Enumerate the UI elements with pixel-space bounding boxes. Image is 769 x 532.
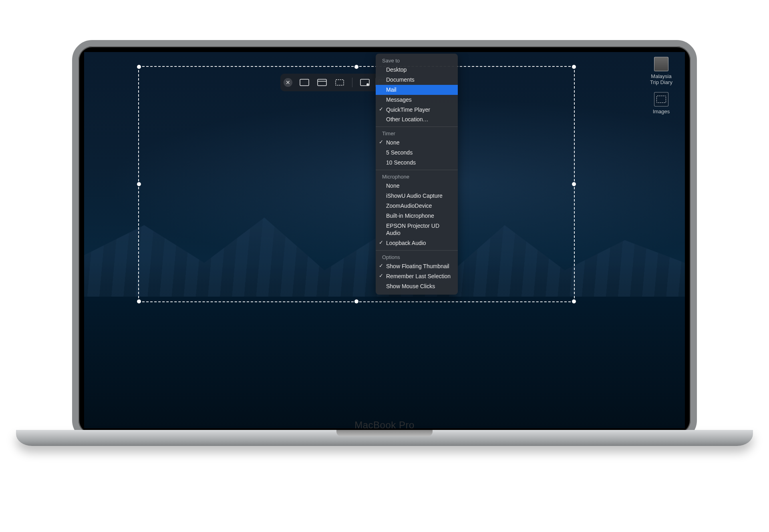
menu-item-documents[interactable]: Documents <box>376 75 458 85</box>
menu-item-mic-zoom[interactable]: ZoomAudioDevice <box>376 201 458 211</box>
menu-item-other-location[interactable]: Other Location… <box>376 114 458 124</box>
menu-separator <box>376 250 458 251</box>
record-entire-screen-button[interactable] <box>358 76 372 88</box>
selection-handle-n[interactable] <box>354 65 358 69</box>
laptop-base <box>16 430 753 446</box>
selection-handle-nw[interactable] <box>137 65 141 69</box>
menu-item-timer-5s[interactable]: 5 Seconds <box>376 148 458 158</box>
menu-item-label: Remember Last Selection <box>386 273 451 280</box>
menu-separator <box>376 126 458 127</box>
menu-item-timer-10s[interactable]: 10 Seconds <box>376 158 458 168</box>
menu-item-label: 10 Seconds <box>386 159 416 167</box>
desktop-icon-malaysia-diary[interactable]: Malaysia Trip Diary <box>643 57 679 86</box>
menu-item-mic-epson[interactable]: EPSON Projector UD Audio <box>376 221 458 239</box>
screen-icon <box>300 79 309 86</box>
selection-handle-w[interactable] <box>137 182 141 186</box>
menu-section-save-to: Save to <box>376 56 458 65</box>
desktop-screen: Malaysia Trip Diary Images ✕ <box>84 52 685 428</box>
menu-item-mic-ishowu[interactable]: iShowU Audio Capture <box>376 191 458 201</box>
menu-item-label: Show Floating Thumbnail <box>386 263 449 270</box>
close-toolbar-button[interactable]: ✕ <box>284 78 292 87</box>
desktop-icon-label: Malaysia Trip Diary <box>650 74 672 86</box>
menu-section-options: Options <box>376 253 458 261</box>
selection-handle-se[interactable] <box>572 299 576 303</box>
menu-item-quicktime[interactable]: QuickTime Player <box>376 105 458 115</box>
menu-item-label: None <box>386 139 399 147</box>
wallpaper-water <box>84 297 685 428</box>
capture-selected-portion-button[interactable] <box>332 76 347 88</box>
menu-item-show-thumbnail[interactable]: Show Floating Thumbnail <box>376 261 458 271</box>
menu-item-desktop[interactable]: Desktop <box>376 65 458 75</box>
document-icon <box>654 57 668 71</box>
folder-icon <box>654 92 668 106</box>
svg-rect-0 <box>300 79 309 86</box>
menu-item-mic-builtin[interactable]: Built-in Microphone <box>376 211 458 221</box>
menu-item-label: QuickTime Player <box>386 106 430 114</box>
desktop-icon-label: Images <box>653 109 670 115</box>
menu-item-remember-selection[interactable]: Remember Last Selection <box>376 271 458 281</box>
capture-entire-screen-button[interactable] <box>297 76 312 88</box>
menu-item-label: None <box>386 182 399 190</box>
menu-item-timer-none[interactable]: None <box>376 138 458 148</box>
desktop-icons-area: Malaysia Trip Diary Images <box>643 57 679 115</box>
desktop-icon-images[interactable]: Images <box>643 92 679 115</box>
menu-item-label: iShowU Audio Capture <box>386 192 443 200</box>
menu-item-show-clicks[interactable]: Show Mouse Clicks <box>376 281 458 291</box>
toolbar-separator <box>352 78 352 87</box>
menu-separator <box>376 170 458 170</box>
menu-item-mic-loopback[interactable]: Loopback Audio <box>376 238 458 248</box>
trackpad-notch <box>336 430 433 436</box>
selection-handle-ne[interactable] <box>572 65 576 69</box>
menu-item-label: Built-in Microphone <box>386 212 434 220</box>
menu-item-label: Other Location… <box>386 116 429 123</box>
menu-item-mic-none[interactable]: None <box>376 181 458 191</box>
selection-handle-sw[interactable] <box>137 299 141 303</box>
menu-item-label: ZoomAudioDevice <box>386 202 432 210</box>
menu-item-label: Messages <box>386 96 412 104</box>
svg-point-5 <box>366 83 369 86</box>
menu-item-label: Show Mouse Clicks <box>386 283 435 290</box>
menu-item-label: EPSON Projector UD Audio <box>386 222 454 237</box>
menu-section-timer: Timer <box>376 129 458 138</box>
menu-item-label: Mail <box>386 86 397 94</box>
menu-item-messages[interactable]: Messages <box>376 95 458 105</box>
menu-item-label: Documents <box>386 76 415 84</box>
device-brand-label: MacBook Pro <box>354 420 415 431</box>
menu-item-mail[interactable]: Mail <box>376 85 458 95</box>
selection-handle-s[interactable] <box>354 299 358 303</box>
menu-item-label: 5 Seconds <box>386 149 413 157</box>
window-icon <box>317 79 327 86</box>
svg-rect-1 <box>318 79 326 86</box>
svg-rect-3 <box>336 80 344 85</box>
capture-selected-window-button[interactable] <box>315 76 329 88</box>
menu-section-microphone: Microphone <box>376 172 458 181</box>
record-screen-icon <box>360 79 370 86</box>
laptop-lid: Malaysia Trip Diary Images ✕ <box>72 40 697 440</box>
menu-item-label: Loopback Audio <box>386 239 426 247</box>
marquee-icon <box>335 79 344 86</box>
options-menu: Save to Desktop Documents Mail Messages … <box>376 54 458 295</box>
macbook-mockup: Malaysia Trip Diary Images ✕ <box>16 40 753 446</box>
menu-item-label: Desktop <box>386 66 407 74</box>
selection-handle-e[interactable] <box>572 182 576 186</box>
